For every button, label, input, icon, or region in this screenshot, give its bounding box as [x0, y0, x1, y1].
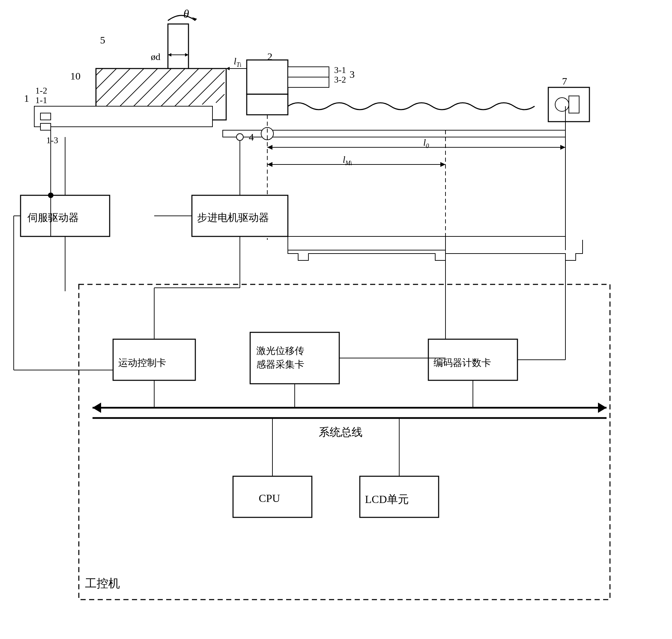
label-2: 2: [267, 51, 272, 62]
connection-dot: [48, 193, 53, 198]
stepper-driver-label: 步进电机驱动器: [197, 211, 269, 225]
connector-path1: [288, 236, 445, 250]
theta-arc: [168, 15, 195, 21]
label-1-3: 1-3: [46, 135, 58, 146]
main-svg: [0, 0, 672, 639]
bus-arrow-left: [93, 403, 101, 413]
element3-1: [288, 67, 329, 77]
lcd-label: LCD单元: [365, 492, 409, 507]
label-5: 5: [100, 34, 105, 46]
industrial-pc-label: 工控机: [85, 576, 120, 591]
element2-box: [247, 60, 288, 94]
label-7: 7: [562, 75, 567, 87]
camera-body: [569, 96, 579, 113]
svg-marker-16: [267, 145, 272, 150]
label-1: 1: [24, 93, 29, 104]
lMi-label: lMi: [343, 154, 352, 167]
theta-label: θ: [183, 8, 189, 21]
lTi-label: lTi: [234, 56, 241, 69]
label-1-2: 1-2: [35, 86, 47, 96]
laser-sensor-label2: 感器采集卡: [256, 358, 304, 371]
camera-lens: [555, 98, 569, 111]
rail: [223, 130, 565, 137]
label-3-1: 3-1: [334, 65, 346, 75]
fiber-cable: [288, 103, 535, 110]
bus-arrow-right: [598, 403, 607, 413]
control-boundary: [79, 284, 610, 600]
label-10: 10: [70, 70, 81, 82]
connector2: [40, 123, 51, 130]
l0-label: l0: [423, 137, 429, 150]
system-bus-label: 系统总线: [319, 425, 363, 440]
label-1-1: 1-1: [35, 95, 47, 106]
laser-sensor-label1: 激光位移传: [256, 344, 304, 357]
stepper-connection: [236, 134, 243, 140]
diagram-container: θ ød lTi 5 10 2 3-1 3-2 3 4 7 1 1-2 1-1 …: [0, 0, 672, 639]
motion-control-label: 运动控制卡: [118, 356, 166, 369]
svg-marker-19: [440, 162, 445, 167]
cpu-label: CPU: [259, 492, 280, 505]
label-3-2: 3-2: [334, 75, 346, 85]
servo-driver-label: 伺服驱动器: [27, 211, 79, 225]
encoder-card-label: 编码器计数卡: [433, 356, 491, 369]
label-4: 4: [249, 131, 254, 143]
element3-2: [288, 77, 329, 87]
base-platform: [34, 106, 212, 127]
label-3: 3: [350, 69, 355, 80]
svg-marker-18: [267, 162, 272, 167]
connector1: [40, 113, 51, 120]
element2-lower: [247, 94, 288, 115]
diameter-label: ød: [151, 51, 160, 62]
svg-marker-17: [560, 145, 565, 150]
